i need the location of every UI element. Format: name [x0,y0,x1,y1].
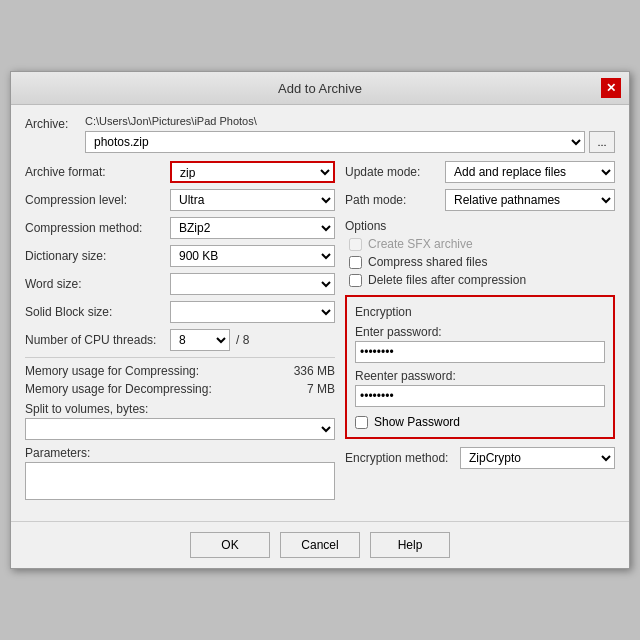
memory-decompress-label: Memory usage for Decompressing: [25,382,215,396]
encryption-title: Encryption [355,305,605,319]
memory-compress-value: 336 MB [215,364,335,378]
dialog-title: Add to Archive [39,81,601,96]
title-bar: Add to Archive ✕ [11,72,629,105]
delete-after-checkbox[interactable] [349,274,362,287]
compression-method-select[interactable]: BZip2 Deflate [170,217,335,239]
enter-password-label: Enter password: [355,325,605,339]
compression-method-label: Compression method: [25,221,170,235]
create-sfx-label: Create SFX archive [368,237,473,251]
archive-path-group: C:\Users\Jon\Pictures\iPad Photos\ photo… [85,115,615,153]
browse-button[interactable]: ... [589,131,615,153]
dialog-content: Archive: C:\Users\Jon\Pictures\iPad Phot… [11,105,629,513]
delete-after-row: Delete files after compression [345,273,615,287]
archive-input-row: photos.zip ... [85,131,615,153]
enc-method-row: Encryption method: ZipCrypto AES-128 AES… [345,447,615,469]
archive-row: Archive: C:\Users\Jon\Pictures\iPad Phot… [25,115,615,153]
memory-compress-row: Memory usage for Compressing: 336 MB [25,364,335,378]
format-label: Archive format: [25,165,170,179]
format-select[interactable]: zip 7z [170,161,335,183]
path-mode-row: Path mode: Relative pathnames No pathnam… [345,189,615,211]
split-label: Split to volumes, bytes: [25,402,335,416]
dict-size-row: Dictionary size: 900 KB 1 MB [25,245,335,267]
enc-method-select[interactable]: ZipCrypto AES-128 AES-256 [460,447,615,469]
close-button[interactable]: ✕ [601,78,621,98]
show-password-label: Show Password [374,415,460,429]
word-size-row: Word size: [25,273,335,295]
threads-label: Number of CPU threads: [25,333,170,347]
solid-block-select[interactable] [170,301,335,323]
archive-path: C:\Users\Jon\Pictures\iPad Photos\ [85,115,615,127]
archive-filename-select[interactable]: photos.zip [85,131,585,153]
show-password-row: Show Password [355,415,605,429]
memory-decompress-row: Memory usage for Decompressing: 7 MB [25,382,335,396]
left-panel: Archive format: zip 7z Compression level… [25,161,335,503]
options-title: Options [345,219,615,233]
options-group: Options Create SFX archive Compress shar… [345,219,615,287]
split-row: Split to volumes, bytes: [25,402,335,440]
reenter-password-label: Reenter password: [355,369,605,383]
memory-decompress-value: 7 MB [215,382,335,396]
threads-select[interactable]: 8 [170,329,230,351]
dict-size-select[interactable]: 900 KB 1 MB [170,245,335,267]
update-mode-select[interactable]: Add and replace files Update and add fil… [445,161,615,183]
archive-label: Archive: [25,115,85,131]
compress-shared-checkbox[interactable] [349,256,362,269]
params-section: Parameters: [25,446,335,503]
add-to-archive-dialog: Add to Archive ✕ Archive: C:\Users\Jon\P… [10,71,630,569]
word-size-select[interactable] [170,273,335,295]
button-bar: OK Cancel Help [11,521,629,568]
split-select[interactable] [25,418,335,440]
format-row: Archive format: zip 7z [25,161,335,183]
solid-block-label: Solid Block size: [25,305,170,319]
encryption-box: Encryption Enter password: Reenter passw… [345,295,615,439]
params-label: Parameters: [25,446,335,460]
show-password-checkbox[interactable] [355,416,368,429]
threads-of: / 8 [236,333,249,347]
delete-after-label: Delete files after compression [368,273,526,287]
reenter-password-input[interactable] [355,385,605,407]
compress-shared-label: Compress shared files [368,255,487,269]
compression-level-select[interactable]: Ultra Maximum Normal [170,189,335,211]
compression-level-row: Compression level: Ultra Maximum Normal [25,189,335,211]
ok-button[interactable]: OK [190,532,270,558]
update-mode-row: Update mode: Add and replace files Updat… [345,161,615,183]
word-size-label: Word size: [25,277,170,291]
enc-method-label: Encryption method: [345,451,460,465]
create-sfx-row: Create SFX archive [345,237,615,251]
dict-size-label: Dictionary size: [25,249,170,263]
right-panel: Update mode: Add and replace files Updat… [345,161,615,503]
help-button[interactable]: Help [370,532,450,558]
threads-row: Number of CPU threads: 8 / 8 [25,329,335,351]
params-input[interactable] [25,462,335,500]
update-mode-label: Update mode: [345,165,445,179]
path-mode-label: Path mode: [345,193,445,207]
main-content: Archive format: zip 7z Compression level… [25,161,615,503]
memory-compress-label: Memory usage for Compressing: [25,364,215,378]
cancel-button[interactable]: Cancel [280,532,360,558]
path-mode-select[interactable]: Relative pathnames No pathnames [445,189,615,211]
compress-shared-row: Compress shared files [345,255,615,269]
compression-level-label: Compression level: [25,193,170,207]
create-sfx-checkbox[interactable] [349,238,362,251]
enter-password-input[interactable] [355,341,605,363]
compression-method-row: Compression method: BZip2 Deflate [25,217,335,239]
solid-block-row: Solid Block size: [25,301,335,323]
